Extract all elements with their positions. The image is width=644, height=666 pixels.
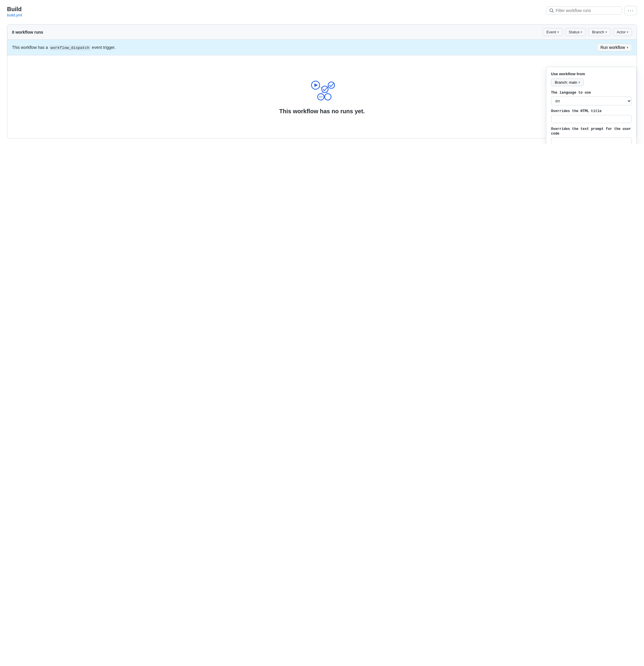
svg-point-5: [319, 97, 320, 98]
field-html-title-input[interactable]: [551, 115, 632, 123]
branch-selector-button[interactable]: Branch: main ▾: [551, 78, 584, 86]
branch-filter-button[interactable]: Branch ▾: [588, 28, 610, 36]
branch-chevron-icon: ▾: [605, 31, 607, 34]
filter-buttons: Event ▾ Status ▾ Branch ▾ Actor ▾: [542, 28, 632, 36]
run-workflow-label: Run workflow: [601, 45, 625, 50]
workflow-empty-icon: [307, 79, 337, 102]
status-filter-button[interactable]: Status ▾: [565, 28, 586, 36]
actor-filter-button[interactable]: Actor ▾: [613, 28, 632, 36]
event-filter-label: Event: [546, 30, 556, 34]
field-text-prompt: Overrides the text prompt for the user c…: [551, 127, 632, 144]
trigger-notice: This workflow has a workflow_dispatch ev…: [7, 40, 637, 55]
branch-filter-label: Branch: [592, 30, 604, 34]
workflow-container: 0 workflow runs Event ▾ Status ▾ Branch …: [7, 24, 637, 138]
svg-point-3: [328, 82, 335, 88]
field-html-title-label: Overrides the HTML title: [551, 109, 632, 114]
workflow-file-link[interactable]: build.yml: [7, 13, 22, 17]
page-header: Build build.yml ···: [7, 6, 637, 17]
field-language-label: The language to use: [551, 90, 632, 95]
field-text-prompt-input[interactable]: [551, 138, 632, 144]
field-text-prompt-label: Overrides the text prompt for the user c…: [551, 127, 632, 137]
run-workflow-button[interactable]: Run workflow ▾: [597, 43, 632, 52]
status-filter-label: Status: [569, 30, 580, 34]
search-input[interactable]: [556, 8, 619, 13]
header-actions: ···: [546, 6, 637, 15]
trigger-code: workflow_dispatch: [49, 45, 91, 50]
actor-chevron-icon: ▾: [627, 31, 628, 34]
trigger-text: This workflow has a workflow_dispatch ev…: [12, 45, 115, 50]
event-chevron-icon: ▾: [557, 31, 559, 34]
actor-filter-label: Actor: [617, 30, 626, 34]
svg-point-2: [322, 86, 328, 92]
search-box: [546, 6, 622, 15]
branch-selector-chevron-icon: ▾: [578, 81, 580, 84]
filter-bar: 0 workflow runs Event ▾ Status ▾ Branch …: [7, 24, 637, 40]
search-icon: [549, 8, 554, 13]
svg-point-7: [322, 97, 323, 98]
empty-state: This workflow has no runs yet.: [7, 55, 637, 138]
run-workflow-chevron-icon: ▾: [627, 46, 628, 49]
panel-title: Use workflow from: [551, 72, 632, 76]
runs-count: 0 workflow runs: [12, 30, 43, 35]
svg-line-9: [319, 87, 322, 87]
field-language-select[interactable]: en fr de es: [551, 97, 632, 105]
empty-title: This workflow has no runs yet.: [279, 108, 365, 115]
field-language: The language to use en fr de es: [551, 90, 632, 105]
field-html-title: Overrides the HTML title: [551, 109, 632, 123]
svg-point-6: [321, 97, 321, 98]
title-group: Build build.yml: [7, 6, 22, 17]
status-chevron-icon: ▾: [580, 31, 582, 34]
dropdown-panel: Use workflow from Branch: main ▾ The lan…: [546, 67, 637, 144]
branch-selector-label: Branch: main: [555, 80, 577, 85]
page-title: Build: [7, 6, 22, 13]
more-options-button[interactable]: ···: [624, 6, 637, 15]
event-filter-button[interactable]: Event ▾: [542, 28, 562, 36]
svg-point-8: [325, 94, 331, 100]
svg-marker-1: [315, 83, 318, 87]
